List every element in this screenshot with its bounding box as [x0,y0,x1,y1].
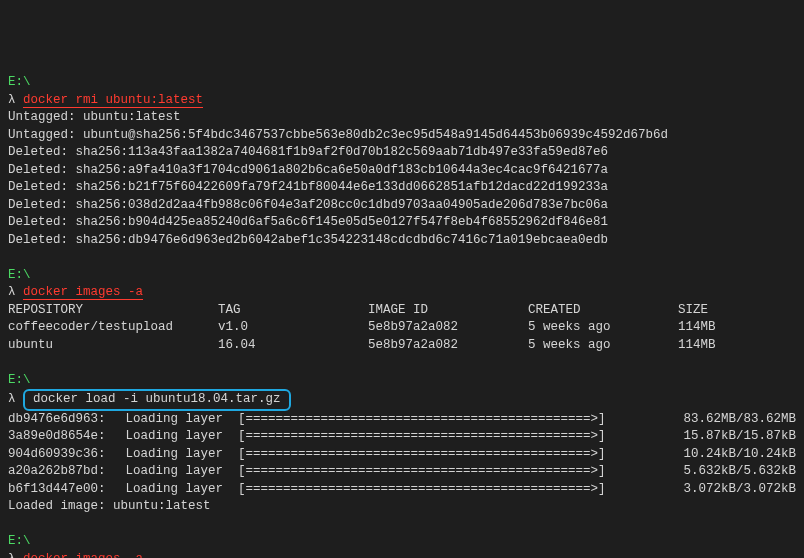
output-line: Deleted: sha256:038d2d2aa4fb988c06f04e3a… [8,197,796,215]
progress-bar: [=======================================… [238,481,666,499]
col-header: REPOSITORY [8,302,218,320]
command: docker rmi ubuntu:latest [23,93,203,108]
layer-text: Loading layer [118,428,238,446]
progress-bar: [=======================================… [238,428,666,446]
col-header: SIZE [678,302,768,320]
layer-id: 3a89e0d8654e: [8,428,118,446]
prompt-line: λ docker rmi ubuntu:latest [8,92,796,110]
terminal-output: E:\λ docker rmi ubuntu:latestUntagged: u… [8,74,796,558]
cell: 114MB [678,319,768,337]
output-line: Deleted: sha256:db9476e6d963ed2b6042abef… [8,232,796,250]
prompt-line: λ docker images -a [8,551,796,559]
layer-row: 904d60939c36: Loading layer [===========… [8,446,796,464]
layer-size: 83.62MB/83.62MB [666,411,796,429]
layer-text: Loading layer [118,446,238,464]
layer-size: 15.87kB/15.87kB [666,428,796,446]
layer-id: a20a262b87bd: [8,463,118,481]
cwd-line: E:\ [8,74,796,92]
cell: 114MB [678,337,768,355]
col-header: TAG [218,302,368,320]
output-line: Deleted: sha256:b904d425ea85240d6af5a6c6… [8,214,796,232]
progress-bar: [=======================================… [238,463,666,481]
progress-bar: [=======================================… [238,411,666,429]
blank-line [8,354,796,372]
cell: v1.0 [218,319,368,337]
table-header: REPOSITORYTAGIMAGE IDCREATEDSIZE [8,302,796,320]
prompt-lambda: λ [8,392,23,406]
cell: 16.04 [218,337,368,355]
layer-size: 3.072kB/3.072kB [666,481,796,499]
prompt-lambda: λ [8,552,23,559]
prompt-line: λ docker load -i ubuntu18.04.tar.gz [8,389,796,411]
progress-bar: [=======================================… [238,446,666,464]
blank-line [8,249,796,267]
output-line: Untagged: ubuntu@sha256:5f4bdc3467537cbb… [8,127,796,145]
blank-line [8,516,796,534]
output-line: Deleted: sha256:b21f75f60422609fa79f241b… [8,179,796,197]
layer-text: Loading layer [118,411,238,429]
cell: 5 weeks ago [528,319,678,337]
loaded-line: Loaded image: ubuntu:latest [8,498,796,516]
table-row: ubuntu16.045e8b97a2a0825 weeks ago114MB [8,337,796,355]
command: docker images -a [23,552,143,559]
prompt-line: λ docker images -a [8,284,796,302]
layer-row: db9476e6d963: Loading layer [===========… [8,411,796,429]
command-highlight-box: docker load -i ubuntu18.04.tar.gz [23,389,291,411]
output-line: Deleted: sha256:113a43faa1382a7404681f1b… [8,144,796,162]
table-row: coffeecoder/testuploadv1.05e8b97a2a0825 … [8,319,796,337]
cell: 5 weeks ago [528,337,678,355]
output-line: Deleted: sha256:a9fa410a3f1704cd9061a802… [8,162,796,180]
layer-id: b6f13d447e00: [8,481,118,499]
layer-row: a20a262b87bd: Loading layer [===========… [8,463,796,481]
cell: ubuntu [8,337,218,355]
command: docker images -a [23,285,143,300]
layer-id: db9476e6d963: [8,411,118,429]
layer-row: b6f13d447e00: Loading layer [===========… [8,481,796,499]
layer-size: 5.632kB/5.632kB [666,463,796,481]
cell: coffeecoder/testupload [8,319,218,337]
cwd-line: E:\ [8,372,796,390]
layer-text: Loading layer [118,481,238,499]
cell: 5e8b97a2a082 [368,337,528,355]
cwd-line: E:\ [8,533,796,551]
command: docker load -i ubuntu18.04.tar.gz [29,391,285,409]
output-line: Untagged: ubuntu:latest [8,109,796,127]
layer-id: 904d60939c36: [8,446,118,464]
cwd-line: E:\ [8,267,796,285]
layer-row: 3a89e0d8654e: Loading layer [===========… [8,428,796,446]
col-header: IMAGE ID [368,302,528,320]
col-header: CREATED [528,302,678,320]
layer-size: 10.24kB/10.24kB [666,446,796,464]
prompt-lambda: λ [8,285,23,299]
cell: 5e8b97a2a082 [368,319,528,337]
prompt-lambda: λ [8,93,23,107]
layer-text: Loading layer [118,463,238,481]
